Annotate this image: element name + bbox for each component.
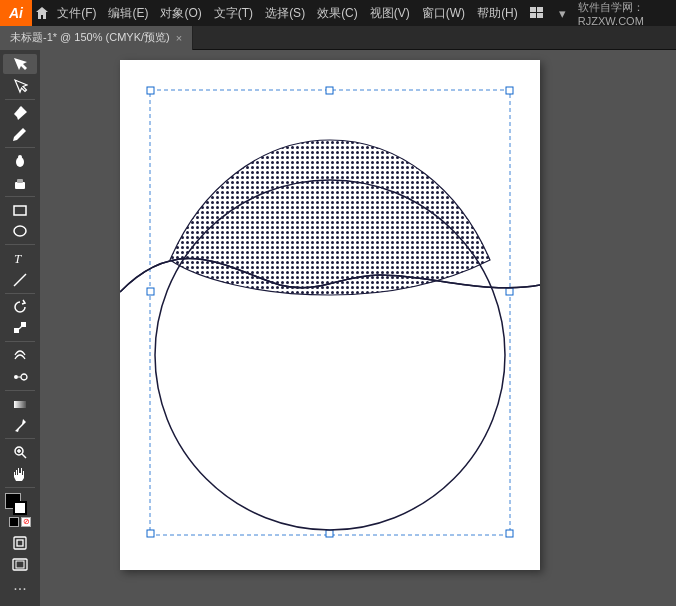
svg-rect-34 xyxy=(326,530,333,537)
svg-rect-26 xyxy=(16,561,24,568)
direct-selection-tool[interactable] xyxy=(3,75,37,95)
tool-separator-3 xyxy=(5,196,35,197)
home-button[interactable] xyxy=(32,0,51,26)
warp-tool[interactable] xyxy=(3,345,37,365)
ai-logo: Ai xyxy=(0,0,32,26)
menu-view[interactable]: 视图(V) xyxy=(364,0,416,26)
svg-rect-24 xyxy=(17,540,23,546)
svg-point-16 xyxy=(21,374,27,380)
svg-rect-28 xyxy=(147,87,154,94)
svg-rect-1 xyxy=(537,7,543,12)
svg-rect-33 xyxy=(147,530,154,537)
tool-separator-5 xyxy=(5,293,35,294)
svg-rect-23 xyxy=(14,537,26,549)
active-tab[interactable]: 未标题-1* @ 150% (CMYK/预览) × xyxy=(0,26,193,50)
menu-edit[interactable]: 编辑(E) xyxy=(102,0,154,26)
none-color-widget[interactable]: ⊘ xyxy=(3,512,37,532)
tool-separator-2 xyxy=(5,147,35,148)
line-tool[interactable] xyxy=(3,269,37,289)
tool-separator-6 xyxy=(5,341,35,342)
menu-window[interactable]: 窗口(W) xyxy=(416,0,471,26)
hand-tool[interactable] xyxy=(3,463,37,483)
eraser-tool[interactable] xyxy=(3,172,37,192)
main-layout: T xyxy=(0,50,676,606)
window-controls: ▾ xyxy=(524,0,574,26)
svg-rect-18 xyxy=(14,401,26,408)
pen-tool[interactable] xyxy=(3,103,37,123)
tab-close-button[interactable]: × xyxy=(176,32,182,44)
title-bar: Ai 文件(F) 编辑(E) 对象(O) 文字(T) 选择(S) 效果(C) 视… xyxy=(0,0,676,26)
tool-separator-4 xyxy=(5,244,35,245)
tool-separator xyxy=(5,99,35,100)
svg-rect-30 xyxy=(506,87,513,94)
scale-tool[interactable] xyxy=(3,318,37,338)
menu-help[interactable]: 帮助(H) xyxy=(471,0,524,26)
tab-bar: 未标题-1* @ 150% (CMYK/预览) × xyxy=(0,26,676,50)
svg-rect-29 xyxy=(326,87,333,94)
menu-type[interactable]: 文字(T) xyxy=(208,0,259,26)
svg-rect-12 xyxy=(14,328,19,333)
menu-file[interactable]: 文件(F) xyxy=(51,0,102,26)
svg-rect-3 xyxy=(537,13,543,18)
eyedropper-tool[interactable] xyxy=(3,415,37,435)
svg-rect-31 xyxy=(147,288,154,295)
screen-mode-button[interactable] xyxy=(3,555,37,575)
site-label: 软件自学网：RJZXW.COM xyxy=(578,0,676,27)
svg-rect-7 xyxy=(17,179,23,183)
workspace-switcher[interactable] xyxy=(524,0,552,26)
svg-line-20 xyxy=(22,454,26,458)
menu-object[interactable]: 对象(O) xyxy=(154,0,207,26)
tool-separator-7 xyxy=(5,390,35,391)
blend-tool[interactable] xyxy=(3,366,37,386)
gradient-tool[interactable] xyxy=(3,394,37,414)
tool-separator-8 xyxy=(5,438,35,439)
svg-rect-35 xyxy=(506,530,513,537)
svg-rect-2 xyxy=(530,13,536,18)
svg-point-5 xyxy=(18,155,22,159)
svg-rect-6 xyxy=(15,182,25,189)
svg-line-14 xyxy=(19,326,22,329)
rectangle-tool[interactable] xyxy=(3,200,37,220)
blob-brush-tool[interactable] xyxy=(3,151,37,171)
svg-text:T: T xyxy=(14,251,22,266)
svg-rect-8 xyxy=(14,206,26,215)
type-tool[interactable]: T xyxy=(3,248,37,268)
svg-line-11 xyxy=(14,274,26,286)
svg-rect-0 xyxy=(530,7,536,12)
drawing-mode-button[interactable] xyxy=(3,533,37,553)
zoom-tool[interactable] xyxy=(3,442,37,462)
rotate-tool[interactable] xyxy=(3,297,37,317)
menu-bar: 文件(F) 编辑(E) 对象(O) 文字(T) 选择(S) 效果(C) 视图(V… xyxy=(51,0,524,26)
selection-tool[interactable] xyxy=(3,54,37,74)
svg-point-9 xyxy=(14,226,26,236)
menu-effect[interactable]: 效果(C) xyxy=(311,0,364,26)
canvas-area[interactable] xyxy=(40,50,676,606)
chevron-down-icon[interactable]: ▾ xyxy=(552,2,574,24)
svg-point-15 xyxy=(14,375,18,379)
menu-select[interactable]: 选择(S) xyxy=(259,0,311,26)
ellipse-tool[interactable] xyxy=(3,221,37,241)
more-tools-button[interactable]: ··· xyxy=(3,576,37,602)
svg-rect-32 xyxy=(506,288,513,295)
pencil-tool[interactable] xyxy=(3,124,37,144)
artwork-svg xyxy=(120,60,540,570)
tool-separator-9 xyxy=(5,487,35,488)
fill-stroke-widget[interactable] xyxy=(3,491,37,511)
left-toolbar: T xyxy=(0,50,40,606)
tab-label: 未标题-1* @ 150% (CMYK/预览) xyxy=(10,30,170,45)
